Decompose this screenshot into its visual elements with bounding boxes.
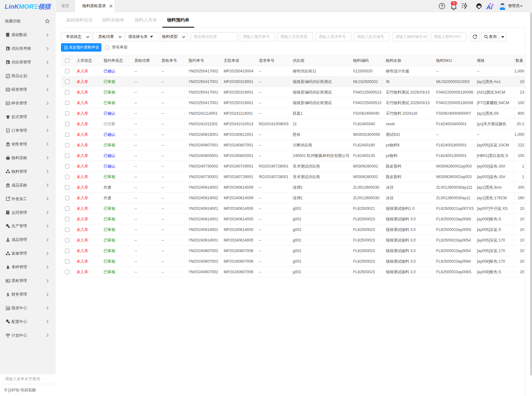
svg-text:$: $ bbox=[7, 292, 9, 297]
svg-text:?: ? bbox=[441, 4, 443, 8]
svg-text:CC: CC bbox=[6, 89, 9, 91]
